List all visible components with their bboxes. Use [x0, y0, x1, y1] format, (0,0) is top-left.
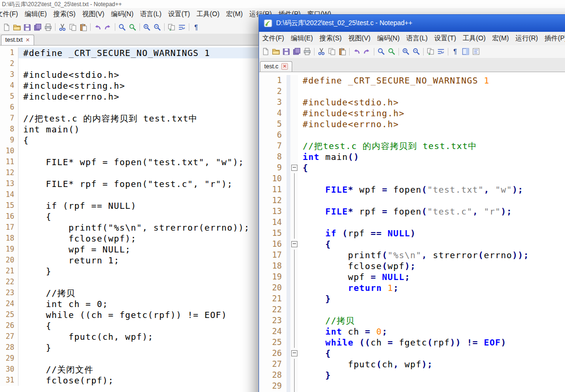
bookmark-margin — [287, 348, 290, 359]
code-line[interactable]: 19 wpf = NULL; — [259, 271, 565, 282]
code-line[interactable]: 5#include<errno.h> — [259, 119, 565, 130]
code-line[interactable]: 25 while ((ch = fgetc(rpf)) != EOF) — [259, 337, 565, 348]
cut-button[interactable] — [57, 22, 67, 32]
code-line[interactable]: 27 fputc(ch, wpf); — [259, 359, 565, 370]
code-line[interactable]: 29 — [259, 381, 565, 392]
svg-text:¶: ¶ — [454, 47, 457, 55]
function-list-button[interactable] — [471, 47, 481, 56]
code-line[interactable]: 14 — [259, 217, 565, 228]
code-line[interactable]: 9{ — [259, 162, 565, 173]
print-button[interactable] — [43, 22, 53, 32]
tab-test-txt[interactable]: test.txt ✕ — [1, 35, 34, 45]
code-line[interactable]: 3#include<stdio.h> — [259, 97, 565, 108]
code-line[interactable]: 21 } — [259, 293, 565, 304]
fg-menu-item[interactable]: 编辑(E) — [287, 32, 316, 45]
bg-window-titlebar[interactable]: D:\码云库\2022\test_02_25\test.txt - Notepa… — [0, 0, 565, 8]
code-line[interactable]: 24 int ch = 0; — [259, 326, 565, 337]
fg-menu-item[interactable]: 宏(M) — [489, 32, 512, 45]
sync-scroll-v-button[interactable] — [167, 22, 176, 32]
code-line[interactable]: 17 printf("%s\n", strerror(errno)); — [259, 250, 565, 261]
zoom-out-button[interactable] — [152, 22, 162, 32]
code-line[interactable]: 23 //拷贝 — [259, 315, 565, 326]
print-button[interactable] — [302, 47, 312, 56]
open-folder-button[interactable] — [12, 22, 22, 32]
fg-menu-item[interactable]: 视图(V) — [345, 32, 374, 45]
save-button[interactable] — [22, 22, 32, 32]
new-file-button[interactable] — [260, 47, 270, 56]
fg-menu-item[interactable]: 插件(P) — [541, 32, 565, 45]
fg-menu-item[interactable]: 编码(N) — [374, 32, 403, 45]
code-line[interactable]: 10 — [259, 173, 565, 184]
tab-close-icon[interactable]: ✕ — [281, 63, 288, 70]
save-button[interactable] — [281, 47, 291, 56]
zoom-in-button[interactable] — [401, 47, 411, 56]
cut-button[interactable] — [316, 47, 326, 56]
code-line[interactable]: 12 — [259, 195, 565, 206]
tab-test-c[interactable]: test.c ✕ — [260, 61, 292, 72]
bg-menu-item[interactable]: 文件(F) — [0, 8, 21, 20]
save-all-button[interactable] — [33, 22, 43, 32]
bg-menu-item[interactable]: 视图(V) — [79, 8, 108, 20]
fold-toggle-icon[interactable] — [291, 241, 297, 247]
bg-menu-item[interactable]: 编码(N) — [108, 8, 137, 20]
fg-code-editor[interactable]: 1#define _CRT_SECURE_NO_WARNINGS 123#inc… — [259, 72, 565, 392]
zoom-in-button[interactable] — [142, 22, 152, 32]
fold-toggle-icon[interactable] — [291, 350, 297, 356]
code-line[interactable]: 28 } — [259, 370, 565, 381]
copy-button[interactable] — [327, 47, 337, 56]
fold-toggle-icon[interactable] — [291, 165, 297, 171]
doc-map-button[interactable] — [461, 47, 471, 56]
bg-menu-item[interactable]: 编辑(E) — [21, 8, 50, 20]
code-line[interactable]: 6 — [259, 130, 565, 140]
bg-menu-item[interactable]: 设置(T) — [165, 8, 193, 20]
fg-menu-item[interactable]: 设置(T) — [431, 32, 459, 45]
toolbar-separator — [164, 23, 165, 31]
find-button[interactable] — [376, 47, 386, 56]
fg-menu-item[interactable]: 工具(O) — [459, 32, 489, 45]
find-replace-button[interactable] — [128, 22, 138, 32]
show-symbols-button[interactable]: ¶ — [191, 22, 201, 32]
save-all-button[interactable] — [292, 47, 302, 56]
code-line[interactable]: 22 — [259, 304, 565, 315]
sync-scroll-v-icon — [167, 23, 176, 31]
copy-button[interactable] — [68, 22, 78, 32]
undo-button[interactable] — [93, 22, 102, 32]
code-line[interactable]: 13 FILE* rpf = fopen("test.c", "r"); — [259, 206, 565, 217]
bg-menu-item[interactable]: 宏(M) — [223, 8, 246, 20]
code-line[interactable]: 16 { — [259, 239, 565, 250]
bg-menu-item[interactable]: 工具(O) — [193, 8, 222, 20]
code-line[interactable]: 2 — [259, 86, 565, 97]
zoom-out-button[interactable] — [411, 47, 421, 56]
fg-window-titlebar[interactable]: D:\码云库\2022\test_02_25\test.c - Notepad+… — [259, 15, 565, 32]
line-number: 18 — [259, 261, 287, 271]
paste-button[interactable] — [337, 47, 347, 56]
code-line[interactable]: 4#include<string.h> — [259, 108, 565, 119]
code-line[interactable]: 1#define _CRT_SECURE_NO_WARNINGS 1 — [259, 75, 565, 86]
find-button[interactable] — [117, 22, 127, 32]
sync-scroll-v-button[interactable] — [426, 47, 435, 56]
code-line[interactable]: 7//把test.c 的内容拷贝到 test.txt中 — [259, 140, 565, 151]
code-line[interactable]: 20 return 1; — [259, 282, 565, 293]
code-line[interactable]: 11 FILE* wpf = fopen("test.txt", "w"); — [259, 184, 565, 195]
show-symbols-button[interactable]: ¶ — [450, 47, 460, 56]
word-wrap-button[interactable] — [177, 22, 187, 32]
redo-button[interactable] — [362, 47, 372, 56]
bg-menu-item[interactable]: 语言(L) — [137, 8, 165, 20]
code-line[interactable]: 8int main() — [259, 151, 565, 162]
fg-menu-item[interactable]: 搜索(S) — [316, 32, 345, 45]
paste-button[interactable] — [78, 22, 88, 32]
new-file-button[interactable] — [1, 22, 11, 32]
fg-menu-item[interactable]: 语言(L) — [403, 32, 431, 45]
code-line[interactable]: 18 fclose(wpf); — [259, 261, 565, 271]
open-folder-button[interactable] — [271, 47, 281, 56]
redo-button[interactable] — [103, 22, 113, 32]
tab-close-icon[interactable]: ✕ — [26, 37, 30, 43]
code-line[interactable]: 26 { — [259, 348, 565, 359]
word-wrap-button[interactable] — [436, 47, 446, 56]
fg-menu-item[interactable]: 文件(F) — [259, 32, 287, 45]
bg-menu-item[interactable]: 搜索(S) — [50, 8, 79, 20]
code-line[interactable]: 15 if (rpf == NULL) — [259, 228, 565, 239]
undo-button[interactable] — [352, 47, 361, 56]
fg-menu-item[interactable]: 运行(R) — [512, 32, 541, 45]
find-replace-button[interactable] — [387, 47, 397, 56]
